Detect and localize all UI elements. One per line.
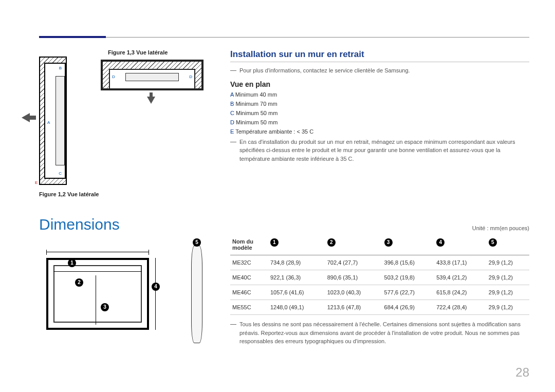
dimension-line-4 bbox=[155, 258, 156, 330]
circled-2-icon: 2 bbox=[327, 238, 336, 247]
table-cell: 539,4 (21,2) bbox=[434, 270, 487, 285]
table-header-row: Nom du modèle 1 2 3 4 5 bbox=[230, 234, 529, 255]
table-cell: 684,4 (26,9) bbox=[382, 300, 435, 315]
mounted-device bbox=[125, 73, 179, 81]
spec-c: C Minimum 50 mm bbox=[230, 110, 529, 116]
table-cell: ME32C bbox=[230, 255, 268, 270]
mounted-device-side bbox=[55, 76, 65, 165]
table-cell: 1248,0 (49,1) bbox=[268, 300, 325, 315]
spec-b-text: Minimum 70 mm bbox=[235, 101, 277, 107]
dimensions-table: Nom du modèle 1 2 3 4 5 ME32C734,8 (28,9… bbox=[230, 234, 529, 315]
table-cell: 29,9 (1,2) bbox=[487, 270, 529, 285]
table-cell: 29,9 (1,2) bbox=[487, 300, 529, 315]
table-cell: 922,1 (36,3) bbox=[268, 270, 325, 285]
table-cell: 722,4 (28,4) bbox=[434, 300, 487, 315]
marker-d-right: D bbox=[189, 74, 192, 79]
col-1: 1 bbox=[268, 234, 325, 255]
circled-3-icon: 3 bbox=[384, 238, 393, 247]
table-cell: 577,6 (22,7) bbox=[382, 285, 435, 300]
display-inner-frame bbox=[53, 265, 142, 323]
figure-1-3-diagram: D D bbox=[101, 60, 203, 90]
dimensions-tbody: ME32C734,8 (28,9)702,4 (27,7)396,8 (15,6… bbox=[230, 255, 529, 315]
contact-note: Pour plus d'informations, contactez le s… bbox=[230, 66, 529, 75]
spec-c-key: C bbox=[230, 110, 234, 116]
dimensions-table-section: Unité : mm(en pouces) Nom du modèle 1 2 … bbox=[230, 225, 529, 346]
spec-d-key: D bbox=[230, 119, 234, 125]
table-cell: 503,2 (19,8) bbox=[382, 270, 435, 285]
circled-1-icon: 1 bbox=[270, 238, 279, 247]
spec-c-text: Minimum 50 mm bbox=[236, 110, 278, 116]
spec-d-text: Minimum 50 mm bbox=[236, 119, 278, 125]
table-cell: 1057,6 (41,6) bbox=[268, 285, 325, 300]
ventilation-note: En cas d'installation du produit sur un … bbox=[230, 138, 529, 163]
table-cell: 29,9 (1,2) bbox=[487, 285, 529, 300]
col-5: 5 bbox=[487, 234, 529, 255]
circled-3-icon: 3 bbox=[101, 303, 109, 311]
col-model: Nom du modèle bbox=[230, 234, 268, 255]
figure-1-2-label: Figure 1,2 Vue latérale bbox=[39, 191, 99, 197]
side-profile-diagram: 5 bbox=[191, 246, 202, 343]
circled-4-icon: 4 bbox=[436, 238, 445, 247]
table-row: ME32C734,8 (28,9)702,4 (27,7)396,8 (15,6… bbox=[230, 255, 529, 270]
spec-e-text: Température ambiante : < 35 C bbox=[235, 128, 313, 135]
table-cell: 1023,0 (40,3) bbox=[325, 285, 382, 300]
spec-e-key: E bbox=[230, 128, 234, 135]
circled-5-icon: 5 bbox=[489, 238, 497, 247]
marker-d-left: D bbox=[112, 74, 115, 79]
circled-2-icon: 2 bbox=[75, 278, 83, 287]
marker-c: C bbox=[59, 171, 62, 176]
unit-note: Unité : mm(en pouces) bbox=[230, 225, 529, 231]
section-heading: Installation sur un mur en retrait bbox=[230, 49, 529, 62]
figure-1-3-label: Figure 1,3 Vue latérale bbox=[108, 49, 168, 55]
table-cell: 396,8 (15,6) bbox=[382, 255, 435, 270]
col-model-l1: Nom du bbox=[232, 238, 253, 245]
spec-d: D Minimum 50 mm bbox=[230, 119, 529, 125]
circled-4-icon: 4 bbox=[152, 283, 160, 291]
page-number: 28 bbox=[515, 365, 529, 380]
arrow-left-icon bbox=[22, 113, 30, 122]
figure-1-2-diagram: B A C E bbox=[39, 57, 67, 185]
table-cell: ME55C bbox=[230, 300, 268, 315]
circled-1-icon: 1 bbox=[68, 259, 76, 267]
table-cell: 702,4 (27,7) bbox=[325, 255, 382, 270]
plan-view-heading: Vue en plan bbox=[230, 80, 529, 88]
table-cell: 29,9 (1,2) bbox=[487, 255, 529, 270]
dim-tick bbox=[46, 250, 47, 255]
table-cell: 615,8 (24,2) bbox=[434, 285, 487, 300]
table-row: ME40C922,1 (36,3)890,6 (35,1)503,2 (19,8… bbox=[230, 270, 529, 285]
dim-tick bbox=[149, 250, 149, 255]
table-row: ME46C1057,6 (41,6)1023,0 (40,3)577,6 (22… bbox=[230, 285, 529, 300]
col-2: 2 bbox=[325, 234, 382, 255]
installation-section: Installation sur un mur en retrait Pour … bbox=[230, 49, 529, 165]
table-cell: 1213,6 (47,8) bbox=[325, 300, 382, 315]
recess-cavity: D D bbox=[109, 69, 195, 89]
spec-a-key: A bbox=[230, 91, 234, 98]
dimension-line-1 bbox=[46, 252, 149, 252]
spec-e: E Température ambiante : < 35 C bbox=[230, 128, 529, 135]
marker-e: E bbox=[35, 180, 38, 185]
table-cell: ME40C bbox=[230, 270, 268, 285]
dimensions-footnote: Tous les dessins ne sont pas nécessairem… bbox=[230, 320, 529, 346]
col-3: 3 bbox=[382, 234, 435, 255]
spec-b-key: B bbox=[230, 101, 234, 107]
spec-b: B Minimum 70 mm bbox=[230, 101, 529, 107]
marker-b: B bbox=[59, 66, 62, 70]
display-outer-frame bbox=[46, 258, 149, 330]
table-cell: ME46C bbox=[230, 285, 268, 300]
col-model-l2: modèle bbox=[232, 245, 252, 251]
dimension-line-3 bbox=[96, 275, 96, 325]
top-rule bbox=[39, 37, 529, 38]
spec-a: A Minimum 40 mm bbox=[230, 91, 529, 98]
col-4: 4 bbox=[434, 234, 487, 255]
table-row: ME55C1248,0 (49,1)1213,6 (47,8)684,4 (26… bbox=[230, 300, 529, 315]
front-dimensions-diagram: 1 2 3 4 bbox=[39, 247, 157, 339]
arrow-down-icon bbox=[147, 97, 155, 104]
table-cell: 734,8 (28,9) bbox=[268, 255, 325, 270]
marker-a: A bbox=[47, 120, 50, 125]
table-cell: 433,8 (17,1) bbox=[434, 255, 487, 270]
recess-cavity-side: B A C bbox=[44, 63, 66, 179]
table-cell: 890,6 (35,1) bbox=[325, 270, 382, 285]
dimension-line-2 bbox=[53, 271, 142, 272]
spec-a-text: Minimum 40 mm bbox=[235, 91, 277, 98]
side-profile-shape bbox=[191, 246, 202, 343]
